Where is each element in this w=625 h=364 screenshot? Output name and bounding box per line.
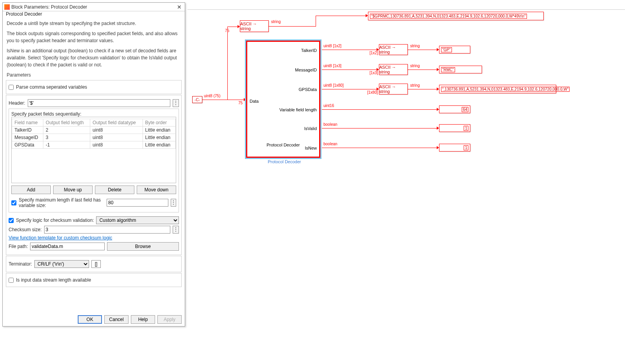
block-parameters-dialog: Block Parameters: Protocol Decoder ✕ Pro… [2,2,185,327]
sig-string: string [410,44,420,48]
spec-max-label: Specify maximum length if last field has… [19,197,104,208]
header-label: Header: [9,100,25,106]
dim-msg: [1x3] [370,71,378,75]
close-icon[interactable]: ✕ [175,4,183,10]
terminator-group: Terminator: CR/LF ('\r\n') [6,256,182,272]
spec-max-more-button[interactable]: ⋮ [171,199,176,207]
wire [322,128,437,128]
port-isvalid: IsValid [304,126,317,131]
checksum-algo-select[interactable]: Custom algorithm [96,216,179,224]
apply-button[interactable]: Apply [157,315,182,324]
filepath-input[interactable] [30,243,104,250]
sig-string: string [410,64,420,68]
wire [322,148,437,148]
signal-label-uint8-75: uint8 (75) [204,94,220,98]
packet-fields-table[interactable]: Field name Output field length Output fi… [12,119,176,149]
block-name: Protocol Decoder [246,159,323,164]
cancel-button[interactable]: Cancel [104,315,129,324]
sig-msg: uint8 [1x3] [323,64,341,68]
parse-csv-checkbox[interactable] [9,85,14,90]
wire [322,50,377,50]
parse-csv-group: Parse comma seperated variables [6,80,182,94]
stream-len-group: Is input data stream length available [6,273,182,287]
packet-fields-label: Specify packet fields sequentially: [11,111,176,117]
description-2: The block outputs signals corresponding … [3,29,185,46]
header-input[interactable] [28,99,170,107]
wire [322,70,377,70]
wire [408,70,437,70]
display-gps[interactable]: ",130736.891,A,5231.394,N,01323.483,E,21… [439,85,556,93]
sig-isvalid: boolean [323,122,338,127]
checksum-size-input[interactable] [44,226,170,234]
wire [322,109,437,110]
simulink-canvas[interactable]: -C- uint8 (75) 75 75 ASCII → string stri… [188,0,625,364]
move-up-button[interactable]: Move up [53,186,93,194]
terminator-label: Terminator: [9,261,32,267]
delete-button[interactable]: Delete [95,186,134,194]
spec-max-input[interactable] [107,199,168,207]
view-template-link[interactable]: View function template for custom checks… [9,235,112,241]
display-full-string[interactable]: "$GPRMC,130736.891,A,5231.394,N,01323.48… [368,12,544,20]
titlebar: Block Parameters: Protocol Decoder ✕ [3,3,185,11]
dim-label-75b: 75 [238,101,243,105]
tab-protocol-decoder[interactable]: Protocol Decoder [6,11,42,17]
constant-block[interactable]: -C- [192,96,202,103]
col-output-datatype: Output field datatype [90,119,143,127]
port-talkerid: TalkerID [301,48,317,53]
table-row[interactable]: GPSData -1 uint8 Little endian [12,141,176,149]
spec-checksum-checkbox[interactable] [9,218,14,223]
wire [227,27,238,27]
sig-isnew: boolean [323,142,338,146]
checksum-size-more-button[interactable]: ⋮ [173,226,179,234]
ascii-to-string-block[interactable]: ASCII → string [379,84,408,95]
add-button[interactable]: Add [11,186,51,194]
stream-len-checkbox[interactable] [9,278,14,283]
sig-talker: uint8 [1x2] [323,44,341,48]
wire [408,89,437,89]
description-1: Decode a uint8 byte stream by specifying… [3,18,185,29]
header-more-button[interactable]: ⋮ [173,99,179,107]
wire [322,89,377,89]
filepath-label: File path: [9,244,28,249]
sig-gps: uint8 [1x80] [323,83,344,87]
move-down-button[interactable]: Move down [137,186,176,194]
packet-fields-table-wrap: Field name Output field length Output fi… [11,117,176,183]
help-button[interactable]: Help [131,315,155,324]
display-talker[interactable]: "GP" [439,46,470,54]
ok-button[interactable]: OK [78,315,102,324]
checksum-size-label: Checksum size: [9,227,42,232]
display-msg[interactable]: "RMC" [439,66,482,73]
display-varlen[interactable]: 64 [439,105,470,113]
ascii-to-string-block[interactable]: ASCII → string [240,20,269,32]
wire [316,16,366,16]
terminator-select[interactable]: CR/LF ('\r\n') [34,260,89,268]
signal-label-string: string [271,20,280,24]
display-isvalid[interactable]: 1 [439,124,470,132]
wire [227,100,244,100]
description-3: IsNew is an additional output (boolean) … [3,46,185,70]
table-row[interactable]: TalkerID 2 uint8 Little endian [12,127,176,134]
ascii-to-string-block[interactable]: ASCII → string [379,44,408,55]
col-output-length: Output field length [43,119,90,127]
wire [202,100,227,100]
port-varlen: Variable field length [279,107,317,112]
wire [269,26,316,27]
terminator-extra-input[interactable] [91,260,101,268]
dialog-footer: OK Cancel Help Apply [78,315,182,324]
spec-max-checkbox[interactable] [11,200,16,205]
display-isnew[interactable]: 1 [439,144,470,152]
port-messageid: MessageID [295,68,317,72]
ascii-to-string-block[interactable]: ASCII → string [379,64,408,75]
wire [316,16,316,27]
browse-button[interactable]: Browse [107,242,179,251]
app-icon [4,4,10,10]
sig-varlen: uint16 [323,103,334,108]
wire [227,27,228,100]
spec-checksum-label: Specify logic for checksum validation: [16,218,94,223]
table-row[interactable]: MessageID 3 uint8 Little endian [12,134,176,141]
parameters-label: Parameters [3,70,185,79]
protocol-decoder-block[interactable]: Data TalkerID MessageID GPSData Variable… [246,41,320,158]
stream-len-label: Is input data stream length available [16,277,91,283]
port-data: Data [250,99,259,103]
packet-fields-group: Specify packet fields sequentially: Fiel… [9,109,179,212]
